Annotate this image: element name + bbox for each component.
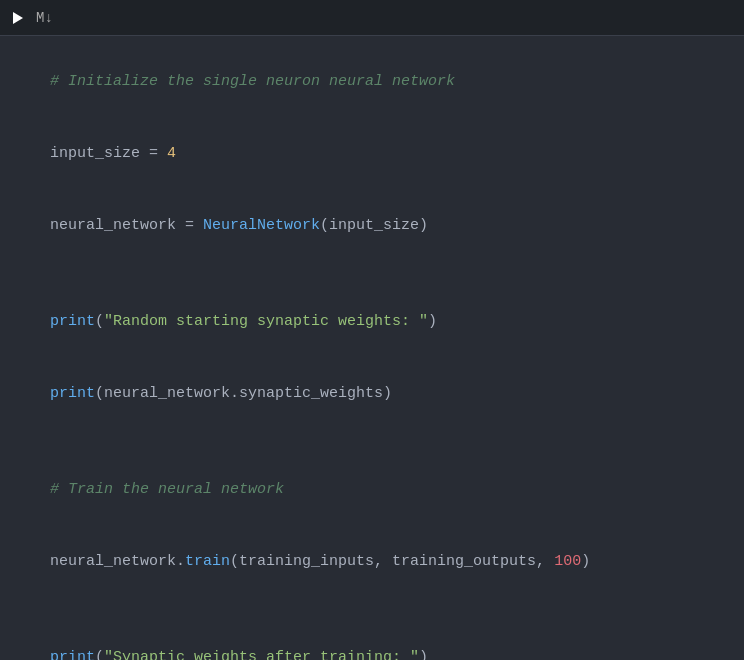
code-line-3: print("Random starting synaptic weights:… [14,286,730,358]
code-line-6: print("Synaptic weights after training: … [14,622,730,660]
toolbar-label: M↓ [36,10,53,26]
code-line-1: input_size = 4 [14,118,730,190]
code-line-2: neural_network = NeuralNetwork(input_siz… [14,190,730,262]
svg-marker-0 [13,12,23,24]
code-line-comment1: # Initialize the single neuron neural ne… [14,46,730,118]
code-line-comment2: # Train the neural network [14,454,730,526]
code-line-4: print(neural_network.synaptic_weights) [14,358,730,430]
code-editor: # Initialize the single neuron neural ne… [0,36,744,660]
run-button[interactable] [10,10,26,26]
toolbar: M↓ [0,0,744,36]
code-line-5: neural_network.train(training_inputs, tr… [14,526,730,598]
